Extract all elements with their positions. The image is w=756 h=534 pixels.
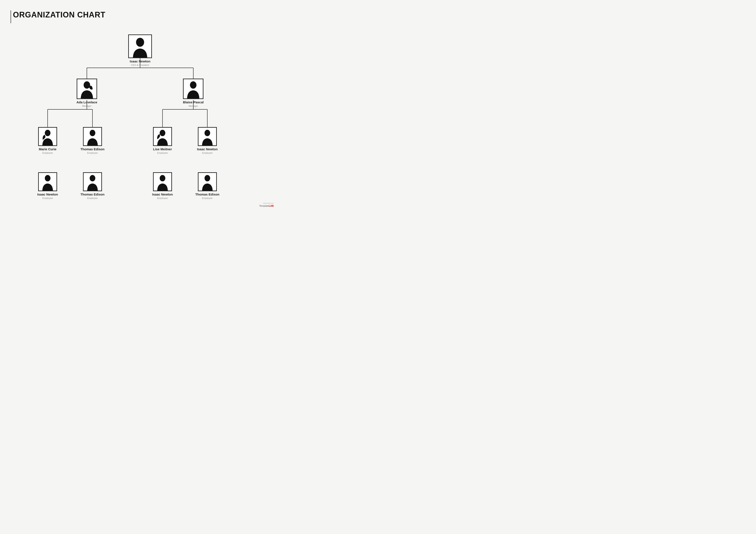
svg-point-23 — [90, 130, 95, 136]
title-bar — [10, 10, 11, 23]
emp8-name: Thomas Edison — [195, 192, 219, 196]
manager-right-avatar-frame — [183, 79, 204, 99]
emp4-node: Isaac Newton Employee — [197, 127, 218, 154]
ceo-silhouette — [129, 35, 151, 58]
manager-right-silhouette — [184, 79, 203, 98]
manager-right-node: Blaise Pascal Manager — [183, 79, 204, 107]
emp1-title: Employee — [42, 152, 53, 154]
svg-point-31 — [90, 175, 95, 182]
lab-label: LAB — [269, 205, 274, 207]
emp5-title: Employee — [42, 197, 53, 199]
emp1-avatar-frame — [38, 127, 57, 146]
emp6-node: Thomas Edison Employee — [80, 172, 104, 199]
svg-point-27 — [204, 130, 210, 136]
emp6-silhouette — [84, 173, 101, 191]
svg-point-29 — [45, 175, 50, 182]
emp3-avatar-frame — [153, 127, 172, 146]
svg-point-33 — [160, 175, 165, 182]
emp1-silhouette — [39, 128, 56, 145]
emp3-name: Lise Meitner — [153, 147, 172, 151]
emp4-avatar-frame — [198, 127, 217, 146]
emp3-node: Lise Meitner Employee — [153, 127, 172, 154]
emp1-name: Marie Curie — [39, 147, 56, 151]
emp4-name: Isaac Newton — [197, 147, 218, 151]
emp8-title: Employee — [202, 197, 213, 199]
emp8-avatar-frame — [198, 172, 217, 191]
svg-point-25 — [160, 130, 165, 136]
emp4-silhouette — [199, 128, 216, 145]
emp8-node: Thomas Edison Employee — [195, 172, 219, 199]
emp3-title: Employee — [157, 152, 168, 154]
emp5-node: Isaac Newton Employee — [37, 172, 58, 199]
emp5-name: Isaac Newton — [37, 192, 58, 196]
ceo-avatar-frame — [128, 35, 152, 58]
svg-point-21 — [45, 130, 50, 136]
emp3-silhouette — [154, 128, 171, 145]
emp6-avatar-frame — [83, 172, 102, 191]
emp5-avatar-frame — [38, 172, 57, 191]
ceo-title: CEO & President — [131, 64, 149, 66]
svg-point-19 — [190, 81, 197, 89]
emp2-title: Employee — [87, 152, 98, 154]
emp2-node: Thomas Edison Employee — [80, 127, 104, 154]
emp7-name: Isaac Newton — [152, 192, 173, 196]
emp6-title: Employee — [87, 197, 98, 199]
manager-left-title: Manager — [82, 105, 92, 107]
emp7-silhouette — [154, 173, 171, 191]
emp5-silhouette — [39, 173, 56, 191]
manager-left-name: Ada Lovelace — [76, 100, 97, 104]
svg-point-35 — [204, 175, 210, 182]
emp1-node: Marie Curie Employee — [38, 127, 57, 154]
emp2-name: Thomas Edison — [80, 147, 104, 151]
page-title: ORGANIZATION CHART — [13, 10, 105, 19]
ceo-node: Isaac Newton CEO & President — [128, 35, 152, 66]
manager-left-node: Ada Lovelace Manager — [76, 79, 97, 107]
emp4-title: Employee — [202, 152, 213, 154]
manager-right-name: Blaise Pascal — [183, 100, 204, 104]
template-label: Template — [259, 205, 269, 207]
emp7-avatar-frame — [153, 172, 172, 191]
emp6-name: Thomas Edison — [80, 192, 104, 196]
manager-left-silhouette — [77, 79, 96, 98]
emp7-title: Employee — [157, 197, 168, 199]
created-by-label: CREATED BY — [259, 202, 274, 204]
emp7-node: Isaac Newton Employee — [152, 172, 173, 199]
templatelab-logo: CREATED BY TemplateLAB — [259, 202, 274, 207]
manager-left-avatar-frame — [77, 79, 97, 99]
svg-point-17 — [84, 81, 90, 89]
ceo-name: Isaac Newton — [130, 60, 150, 63]
svg-point-15 — [136, 38, 144, 47]
emp8-silhouette — [199, 173, 216, 191]
manager-right-title: Manager — [189, 105, 198, 107]
emp2-silhouette — [84, 128, 101, 145]
emp2-avatar-frame — [83, 127, 102, 146]
